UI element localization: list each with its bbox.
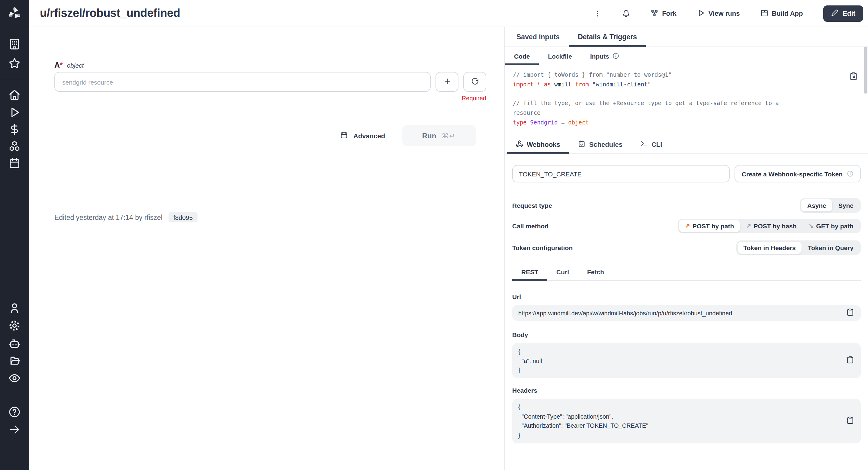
view-runs-button[interactable]: View runs (697, 9, 740, 18)
detail-tabs: Code Lockfile Inputs (505, 47, 868, 65)
webhooks-section: Create a Webhook-specific Token Request … (505, 154, 868, 470)
edited-row: Edited yesterday at 17:14 by rfiszel f8d… (54, 212, 197, 222)
advanced-button[interactable]: Advanced (340, 131, 385, 140)
call-method-post-by-hash[interactable]: ↗ POST by hash (740, 220, 803, 232)
kebab-menu-icon[interactable] (594, 9, 601, 17)
tab-rest[interactable]: REST (512, 263, 547, 280)
copy-code-button[interactable] (849, 72, 858, 82)
boxes-icon[interactable] (8, 140, 21, 152)
run-button[interactable]: Run ⌘↵ (402, 125, 476, 146)
windmill-logo[interactable] (7, 5, 22, 21)
play-icon[interactable] (8, 106, 21, 118)
call-method-label: Call method (512, 222, 549, 229)
call-method-row: Call method ↗ POST by path ↗ POST by has… (512, 219, 861, 233)
bot-icon[interactable] (8, 338, 21, 350)
token-in-headers[interactable]: Token in Headers (737, 242, 802, 254)
clipboard-icon (846, 356, 854, 366)
snippet-tabs: REST Curl Fetch (512, 263, 861, 281)
gear-icon[interactable] (8, 320, 21, 332)
clipboard-copy-icon (849, 72, 858, 82)
calendar-icon (340, 131, 348, 140)
left-sidebar (0, 0, 29, 470)
plus-icon (443, 77, 451, 87)
play-icon (697, 9, 705, 18)
tab-webhooks[interactable]: Webhooks (507, 135, 569, 153)
git-fork-icon (651, 9, 658, 18)
version-hash-badge: f8d095 (168, 212, 197, 222)
headers-label: Headers (512, 387, 861, 394)
request-type-row: Request type Async Sync (512, 198, 861, 213)
star-icon[interactable] (8, 57, 21, 69)
arrow-up-right-icon: ↗ (685, 223, 690, 229)
body-box: { "a": null } (512, 343, 861, 378)
details-panel: Saved inputs Details & Triggers Code Loc… (504, 27, 868, 470)
token-config-label: Token configuration (512, 244, 572, 251)
resource-input[interactable] (54, 72, 431, 92)
page-title: u/rfiszel/robust_undefined (40, 7, 180, 20)
code-content: // import { toWords } from "number-to-wo… (513, 70, 844, 127)
add-resource-button[interactable] (435, 72, 459, 92)
tab-details-triggers[interactable]: Details & Triggers (569, 27, 646, 46)
arrow-right-icon[interactable] (8, 424, 21, 436)
request-type-async[interactable]: Async (801, 199, 832, 212)
info-icon[interactable] (613, 53, 619, 59)
tab-saved-inputs[interactable]: Saved inputs (507, 27, 569, 46)
arrow-down-right-icon: ↘ (809, 223, 814, 229)
pencil-icon (831, 9, 838, 18)
tab-inputs[interactable]: Inputs (581, 47, 628, 65)
refresh-icon (471, 77, 479, 87)
copy-url-button[interactable] (846, 308, 854, 318)
eye-icon[interactable] (8, 372, 21, 384)
fork-button[interactable]: Fork (651, 9, 677, 18)
edited-note: Edited yesterday at 17:14 by rfiszel (54, 214, 162, 221)
clipboard-icon (846, 308, 854, 318)
body-json: { "a": null } (518, 347, 840, 375)
building-icon[interactable] (8, 38, 21, 50)
tab-schedules[interactable]: Schedules (569, 135, 631, 153)
folder-open-icon[interactable] (8, 355, 21, 367)
refresh-resource-button[interactable] (463, 72, 486, 92)
dollar-icon[interactable] (8, 123, 21, 135)
bell-icon[interactable] (622, 9, 630, 17)
resource-input-row (54, 72, 486, 92)
body-label: Body (512, 331, 861, 338)
user-icon[interactable] (8, 302, 21, 314)
url-label: Url (512, 293, 861, 300)
calendar-icon[interactable] (8, 157, 21, 169)
field-label: A* object (54, 59, 84, 70)
home-icon[interactable] (8, 89, 21, 101)
token-config-toggle: Token in Headers Token in Query (736, 241, 861, 255)
run-shortcut: ⌘↵ (441, 131, 456, 140)
tab-lockfile[interactable]: Lockfile (539, 47, 581, 65)
edit-button[interactable]: Edit (823, 5, 863, 22)
tab-fetch[interactable]: Fetch (578, 263, 613, 280)
layout-icon (760, 9, 768, 18)
help-circle-icon[interactable] (8, 406, 21, 418)
scrollbar-thumb[interactable] (864, 46, 867, 94)
token-in-query[interactable]: Token in Query (802, 242, 860, 254)
call-method-get-by-path[interactable]: ↘ GET by path (803, 220, 860, 232)
trigger-tabs: Webhooks Schedules CLI (505, 135, 868, 154)
webhook-token-input[interactable] (512, 165, 730, 183)
webhook-url: https://app.windmill.dev/api/w/windmill-… (518, 310, 732, 316)
copy-headers-button[interactable] (846, 416, 854, 426)
headers-box: { "Content-Type": "application/json", "A… (512, 399, 861, 443)
top-header: u/rfiszel/robust_undefined Fork View run… (29, 0, 868, 27)
token-config-row: Token configuration Token in Headers Tok… (512, 241, 861, 255)
tab-curl[interactable]: Curl (547, 263, 578, 280)
panel-tabs: Saved inputs Details & Triggers (505, 27, 868, 47)
create-webhook-token-button[interactable]: Create a Webhook-specific Token (735, 165, 861, 183)
required-asterisk: * (60, 61, 63, 69)
arrow-up-right-icon: ↗ (746, 223, 751, 229)
copy-body-button[interactable] (846, 356, 854, 366)
request-type-toggle: Async Sync (800, 198, 861, 213)
build-app-button[interactable]: Build App (760, 9, 803, 18)
tab-code[interactable]: Code (505, 47, 539, 65)
required-note: Required (54, 95, 486, 101)
request-type-sync[interactable]: Sync (832, 199, 860, 212)
headers-json: { "Content-Type": "application/json", "A… (518, 402, 840, 440)
url-box: https://app.windmill.dev/api/w/windmill-… (512, 305, 861, 321)
webhook-icon (516, 140, 523, 149)
call-method-post-by-path[interactable]: ↗ POST by path (679, 220, 740, 232)
tab-cli[interactable]: CLI (631, 135, 671, 153)
